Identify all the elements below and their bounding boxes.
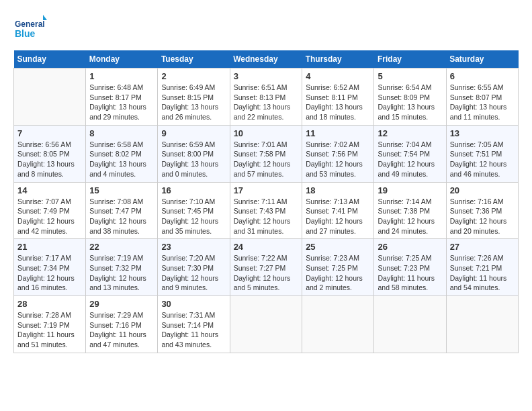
day-info: Sunrise: 7:08 AM Sunset: 7:47 PM Dayligh… bbox=[89, 197, 154, 236]
day-number: 21 bbox=[17, 242, 82, 252]
day-info: Sunrise: 7:22 AM Sunset: 7:27 PM Dayligh… bbox=[234, 253, 299, 293]
day-info: Sunrise: 6:52 AM Sunset: 8:11 PM Dayligh… bbox=[306, 83, 370, 122]
day-info: Sunrise: 7:01 AM Sunset: 7:58 PM Dayligh… bbox=[234, 140, 299, 179]
week-row-5: 28Sunrise: 7:28 AM Sunset: 7:19 PM Dayli… bbox=[14, 296, 519, 353]
calendar-header-row: SundayMondayTuesdayWednesdayThursdayFrid… bbox=[14, 50, 519, 68]
day-info: Sunrise: 7:19 AM Sunset: 7:32 PM Dayligh… bbox=[89, 253, 154, 293]
day-info: Sunrise: 7:02 AM Sunset: 7:56 PM Dayligh… bbox=[306, 140, 370, 179]
day-cell bbox=[230, 296, 302, 353]
day-info: Sunrise: 6:48 AM Sunset: 8:17 PM Dayligh… bbox=[89, 83, 154, 122]
header-saturday: Saturday bbox=[446, 50, 518, 68]
day-info: Sunrise: 7:31 AM Sunset: 7:14 PM Dayligh… bbox=[161, 310, 226, 350]
day-number: 6 bbox=[450, 71, 515, 81]
day-number: 10 bbox=[234, 128, 299, 138]
day-number: 2 bbox=[161, 71, 226, 81]
header-sunday: Sunday bbox=[14, 50, 86, 68]
day-cell: 22Sunrise: 7:19 AM Sunset: 7:32 PM Dayli… bbox=[86, 239, 158, 296]
day-cell: 14Sunrise: 7:07 AM Sunset: 7:49 PM Dayli… bbox=[14, 182, 86, 239]
week-row-4: 21Sunrise: 7:17 AM Sunset: 7:34 PM Dayli… bbox=[14, 239, 519, 296]
day-info: Sunrise: 7:29 AM Sunset: 7:16 PM Dayligh… bbox=[89, 310, 154, 350]
day-info: Sunrise: 7:10 AM Sunset: 7:45 PM Dayligh… bbox=[161, 197, 226, 236]
day-number: 1 bbox=[89, 71, 154, 81]
day-cell: 3Sunrise: 6:51 AM Sunset: 8:13 PM Daylig… bbox=[230, 68, 302, 126]
day-cell bbox=[446, 296, 518, 353]
day-info: Sunrise: 7:20 AM Sunset: 7:30 PM Dayligh… bbox=[161, 253, 226, 293]
day-info: Sunrise: 7:17 AM Sunset: 7:34 PM Dayligh… bbox=[17, 253, 82, 293]
day-cell: 16Sunrise: 7:10 AM Sunset: 7:45 PM Dayli… bbox=[158, 182, 230, 239]
day-cell: 18Sunrise: 7:13 AM Sunset: 7:41 PM Dayli… bbox=[302, 182, 374, 239]
day-cell: 5Sunrise: 6:54 AM Sunset: 8:09 PM Daylig… bbox=[374, 68, 446, 126]
day-info: Sunrise: 7:23 AM Sunset: 7:25 PM Dayligh… bbox=[306, 253, 370, 293]
day-cell bbox=[302, 296, 374, 353]
day-number: 4 bbox=[306, 71, 370, 81]
day-cell: 24Sunrise: 7:22 AM Sunset: 7:27 PM Dayli… bbox=[230, 239, 302, 296]
day-cell: 28Sunrise: 7:28 AM Sunset: 7:19 PM Dayli… bbox=[14, 296, 86, 353]
day-info: Sunrise: 7:07 AM Sunset: 7:49 PM Dayligh… bbox=[17, 197, 82, 236]
day-number: 18 bbox=[306, 185, 370, 195]
day-info: Sunrise: 7:16 AM Sunset: 7:36 PM Dayligh… bbox=[450, 197, 515, 236]
day-info: Sunrise: 7:05 AM Sunset: 7:51 PM Dayligh… bbox=[450, 140, 515, 179]
header-thursday: Thursday bbox=[302, 50, 374, 68]
day-info: Sunrise: 6:59 AM Sunset: 8:00 PM Dayligh… bbox=[161, 140, 226, 179]
day-number: 20 bbox=[450, 185, 515, 195]
day-cell bbox=[374, 296, 446, 353]
logo-svg: General Blue bbox=[13, 13, 47, 44]
day-info: Sunrise: 6:49 AM Sunset: 8:15 PM Dayligh… bbox=[161, 83, 226, 122]
header-friday: Friday bbox=[374, 50, 446, 68]
day-cell: 6Sunrise: 6:55 AM Sunset: 8:07 PM Daylig… bbox=[446, 68, 518, 126]
day-info: Sunrise: 7:04 AM Sunset: 7:54 PM Dayligh… bbox=[378, 140, 442, 179]
day-number: 17 bbox=[234, 185, 299, 195]
day-info: Sunrise: 7:25 AM Sunset: 7:23 PM Dayligh… bbox=[378, 253, 442, 293]
day-info: Sunrise: 6:56 AM Sunset: 8:05 PM Dayligh… bbox=[17, 140, 82, 179]
day-number: 30 bbox=[161, 299, 226, 309]
day-number: 8 bbox=[89, 128, 154, 138]
day-info: Sunrise: 7:14 AM Sunset: 7:38 PM Dayligh… bbox=[378, 197, 442, 236]
day-number: 29 bbox=[89, 299, 154, 309]
calendar-table: SundayMondayTuesdayWednesdayThursdayFrid… bbox=[13, 50, 519, 353]
header-monday: Monday bbox=[86, 50, 158, 68]
day-number: 16 bbox=[161, 185, 226, 195]
week-row-2: 7Sunrise: 6:56 AM Sunset: 8:05 PM Daylig… bbox=[14, 125, 519, 182]
page-header: General Blue bbox=[13, 13, 519, 44]
day-cell: 23Sunrise: 7:20 AM Sunset: 7:30 PM Dayli… bbox=[158, 239, 230, 296]
day-cell: 8Sunrise: 6:58 AM Sunset: 8:02 PM Daylig… bbox=[86, 125, 158, 182]
day-cell: 21Sunrise: 7:17 AM Sunset: 7:34 PM Dayli… bbox=[14, 239, 86, 296]
day-info: Sunrise: 7:28 AM Sunset: 7:19 PM Dayligh… bbox=[17, 310, 82, 350]
day-number: 3 bbox=[234, 71, 299, 81]
day-cell: 29Sunrise: 7:29 AM Sunset: 7:16 PM Dayli… bbox=[86, 296, 158, 353]
header-wednesday: Wednesday bbox=[230, 50, 302, 68]
day-number: 5 bbox=[378, 71, 442, 81]
day-cell: 12Sunrise: 7:04 AM Sunset: 7:54 PM Dayli… bbox=[374, 125, 446, 182]
day-cell: 20Sunrise: 7:16 AM Sunset: 7:36 PM Dayli… bbox=[446, 182, 518, 239]
day-info: Sunrise: 7:11 AM Sunset: 7:43 PM Dayligh… bbox=[234, 197, 299, 236]
day-cell: 26Sunrise: 7:25 AM Sunset: 7:23 PM Dayli… bbox=[374, 239, 446, 296]
header-tuesday: Tuesday bbox=[158, 50, 230, 68]
day-cell: 7Sunrise: 6:56 AM Sunset: 8:05 PM Daylig… bbox=[14, 125, 86, 182]
logo: General Blue bbox=[13, 13, 47, 44]
day-number: 28 bbox=[17, 299, 82, 309]
day-cell: 19Sunrise: 7:14 AM Sunset: 7:38 PM Dayli… bbox=[374, 182, 446, 239]
day-number: 14 bbox=[17, 185, 82, 195]
day-cell: 2Sunrise: 6:49 AM Sunset: 8:15 PM Daylig… bbox=[158, 68, 230, 126]
day-number: 24 bbox=[234, 242, 299, 252]
day-cell: 4Sunrise: 6:52 AM Sunset: 8:11 PM Daylig… bbox=[302, 68, 374, 126]
day-number: 9 bbox=[161, 128, 226, 138]
day-number: 12 bbox=[378, 128, 442, 138]
day-cell: 17Sunrise: 7:11 AM Sunset: 7:43 PM Dayli… bbox=[230, 182, 302, 239]
svg-text:Blue: Blue bbox=[15, 28, 36, 39]
day-info: Sunrise: 7:13 AM Sunset: 7:41 PM Dayligh… bbox=[306, 197, 370, 236]
day-number: 11 bbox=[306, 128, 370, 138]
day-info: Sunrise: 6:54 AM Sunset: 8:09 PM Dayligh… bbox=[378, 83, 442, 122]
day-number: 23 bbox=[161, 242, 226, 252]
week-row-1: 1Sunrise: 6:48 AM Sunset: 8:17 PM Daylig… bbox=[14, 68, 519, 126]
day-number: 25 bbox=[306, 242, 370, 252]
day-number: 26 bbox=[378, 242, 442, 252]
day-cell: 9Sunrise: 6:59 AM Sunset: 8:00 PM Daylig… bbox=[158, 125, 230, 182]
day-number: 15 bbox=[89, 185, 154, 195]
day-cell: 30Sunrise: 7:31 AM Sunset: 7:14 PM Dayli… bbox=[158, 296, 230, 353]
day-number: 27 bbox=[450, 242, 515, 252]
day-cell bbox=[14, 68, 86, 126]
day-cell: 1Sunrise: 6:48 AM Sunset: 8:17 PM Daylig… bbox=[86, 68, 158, 126]
day-cell: 13Sunrise: 7:05 AM Sunset: 7:51 PM Dayli… bbox=[446, 125, 518, 182]
svg-text:General: General bbox=[15, 19, 45, 29]
